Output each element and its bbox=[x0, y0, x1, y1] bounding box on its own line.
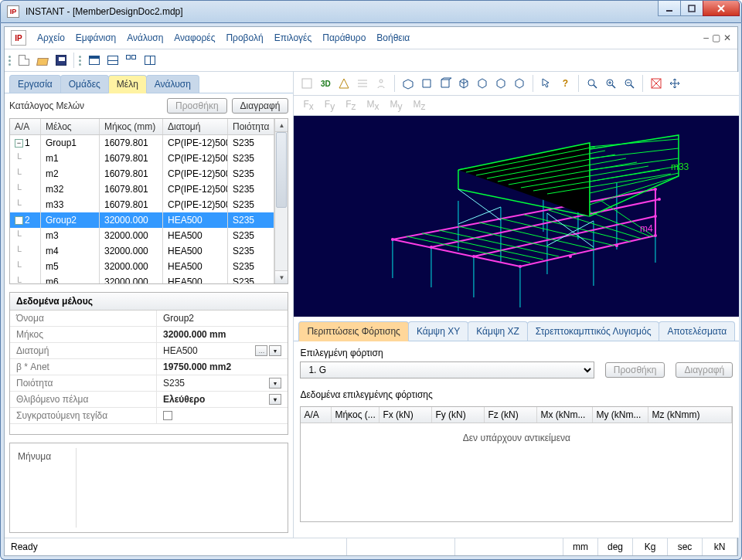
force-fy[interactable]: Fy bbox=[325, 99, 335, 112]
toolbar-grip-icon[interactable] bbox=[78, 53, 82, 68]
property-value[interactable]: HEA500…▾ bbox=[157, 343, 288, 358]
chevron-down-icon[interactable]: ▾ bbox=[269, 378, 281, 389]
table-row[interactable]: └m632000.000HEA500S235 bbox=[10, 274, 274, 283]
ellipsis-icon[interactable]: … bbox=[255, 345, 267, 356]
view-front-icon[interactable] bbox=[400, 75, 417, 92]
property-value[interactable]: 19750.000 mm2 bbox=[157, 359, 288, 375]
menu-file[interactable]: Αρχείο bbox=[37, 32, 65, 43]
zoom-out-icon[interactable] bbox=[621, 75, 638, 92]
property-value[interactable]: Group2 bbox=[157, 311, 288, 326]
mdi-restore-icon[interactable]: ▢ bbox=[712, 32, 720, 43]
open-file-icon[interactable] bbox=[34, 52, 51, 69]
new-file-icon[interactable] bbox=[15, 52, 32, 69]
maximize-button[interactable] bbox=[680, 1, 703, 16]
chevron-down-icon[interactable]: ▾ bbox=[269, 345, 281, 356]
force-fx[interactable]: FFxx bbox=[303, 99, 313, 112]
delete-load-button[interactable]: Διαγραφή bbox=[676, 362, 733, 378]
tree-toggle-icon[interactable]: − bbox=[15, 216, 23, 225]
col-aa[interactable]: Α/Α bbox=[301, 407, 332, 423]
view-top-icon[interactable] bbox=[418, 75, 435, 92]
scroll-thumb[interactable] bbox=[276, 132, 287, 208]
view-iso1-icon[interactable] bbox=[455, 75, 472, 92]
tab-work[interactable]: Εργασία bbox=[9, 75, 61, 93]
viewport-3d[interactable]: m33 m4 bbox=[294, 116, 739, 317]
view-people-icon[interactable] bbox=[373, 75, 390, 92]
checkbox[interactable] bbox=[163, 411, 172, 420]
toolbar-grip-icon[interactable] bbox=[8, 53, 12, 68]
col-mx[interactable]: Mx (kNm... bbox=[537, 407, 593, 423]
mdi-close-icon[interactable]: ✕ bbox=[723, 32, 731, 43]
chevron-down-icon[interactable]: ▾ bbox=[269, 394, 281, 405]
pointer-icon[interactable] bbox=[538, 75, 555, 92]
col-member[interactable]: Μέλος bbox=[41, 119, 100, 134]
table-row[interactable]: − 2Group232000.000HEA500S235 bbox=[10, 212, 274, 228]
menu-analysis[interactable]: Ανάλυση bbox=[127, 32, 163, 43]
property-value[interactable]: S235▾ bbox=[157, 375, 288, 391]
menu-window[interactable]: Παράθυρο bbox=[322, 32, 366, 43]
tab-groups[interactable]: Ομάδες bbox=[60, 75, 109, 93]
zoom-fit-icon[interactable] bbox=[584, 75, 601, 92]
tab-ltb[interactable]: Στρεπτοκαμπτικός Λυγισμός bbox=[527, 321, 660, 341]
property-value[interactable]: 32000.000 mm bbox=[157, 327, 288, 342]
scroll-track[interactable] bbox=[275, 132, 288, 270]
property-value[interactable]: Ελεύθερο▾ bbox=[157, 392, 288, 407]
minimize-button[interactable] bbox=[658, 1, 681, 16]
tab-bending-xy[interactable]: Κάμψη XY bbox=[408, 321, 468, 341]
scroll-down-icon[interactable]: ▼ bbox=[275, 270, 288, 283]
property-value[interactable] bbox=[157, 408, 288, 423]
view-grid-icon[interactable] bbox=[335, 75, 352, 92]
col-index[interactable]: Α/Α bbox=[10, 119, 41, 134]
mdi-minimize-icon[interactable]: – bbox=[703, 32, 709, 43]
view-draw-icon[interactable] bbox=[298, 75, 315, 92]
col-section[interactable]: Διατομή bbox=[163, 119, 228, 134]
table-row[interactable]: └m3316079.801CP(IPE-12)500S235 bbox=[10, 197, 274, 212]
tab-analysis[interactable]: Ανάλυση bbox=[146, 75, 199, 93]
info-icon[interactable]: ? bbox=[556, 75, 574, 92]
add-load-button[interactable]: Προσθήκη bbox=[605, 362, 665, 378]
status-unit-deg[interactable]: deg bbox=[598, 538, 633, 555]
scroll-up-icon[interactable]: ▲ bbox=[275, 119, 288, 132]
view-iso4-icon[interactable] bbox=[511, 75, 528, 92]
tree-toggle-icon[interactable]: − bbox=[15, 139, 23, 148]
col-mz[interactable]: Mz (kNmm) bbox=[648, 407, 732, 423]
force-my[interactable]: My bbox=[390, 99, 402, 112]
view-mesh-icon[interactable] bbox=[354, 75, 371, 92]
view-side-icon[interactable] bbox=[437, 75, 454, 92]
menu-help[interactable]: Βοήθεια bbox=[376, 32, 410, 43]
col-fz[interactable]: Fz (kN) bbox=[485, 407, 537, 423]
window-single-icon[interactable] bbox=[86, 52, 103, 69]
zoom-in-icon[interactable] bbox=[602, 75, 619, 92]
save-file-icon[interactable] bbox=[53, 52, 70, 69]
status-unit-mm[interactable]: mm bbox=[563, 538, 598, 555]
pan-icon[interactable] bbox=[666, 75, 683, 92]
col-length[interactable]: Μήκος (mm) bbox=[100, 119, 163, 134]
table-row[interactable]: └m216079.801CP(IPE-12)500S235 bbox=[10, 166, 274, 182]
members-scrollbar[interactable]: ▲ ▼ bbox=[274, 119, 288, 283]
status-unit-kn[interactable]: kN bbox=[703, 538, 737, 555]
table-row[interactable]: └m332000.000HEA500S235 bbox=[10, 228, 274, 243]
menu-reports[interactable]: Αναφορές bbox=[174, 32, 215, 43]
view-iso3-icon[interactable] bbox=[492, 75, 509, 92]
view-iso2-icon[interactable] bbox=[474, 75, 491, 92]
add-member-button[interactable]: Προσθήκη bbox=[167, 98, 227, 114]
status-unit-sec[interactable]: sec bbox=[668, 538, 703, 555]
col-my[interactable]: My (kNm... bbox=[593, 407, 648, 423]
table-row[interactable]: └m3216079.801CP(IPE-12)500S235 bbox=[10, 182, 274, 197]
menu-view[interactable]: Προβολή bbox=[226, 32, 263, 43]
table-row[interactable]: └m532000.000HEA500S235 bbox=[10, 259, 274, 274]
col-fx[interactable]: Fx (kN) bbox=[380, 407, 432, 423]
status-unit-kg[interactable]: Kg bbox=[633, 538, 668, 555]
table-row[interactable]: └m116079.801CP(IPE-12)500S235 bbox=[10, 151, 274, 166]
tab-members[interactable]: Μέλη bbox=[108, 75, 147, 93]
window-cascade-icon[interactable] bbox=[123, 52, 140, 69]
force-fz[interactable]: Fz bbox=[345, 99, 356, 112]
col-quality[interactable]: Ποιότητα bbox=[228, 119, 274, 134]
menu-appearance[interactable]: Εμφάνιση bbox=[76, 32, 116, 43]
force-mz[interactable]: Mz bbox=[413, 99, 425, 112]
tab-load-cases[interactable]: Περιπτώσεις Φόρτισης bbox=[298, 321, 408, 341]
select-window-icon[interactable] bbox=[648, 75, 665, 92]
selected-load-dropdown[interactable]: 1. G bbox=[300, 361, 594, 378]
tab-bending-xz[interactable]: Κάμψη XZ bbox=[468, 321, 528, 341]
menu-options[interactable]: Επιλογές bbox=[274, 32, 312, 43]
table-row[interactable]: − 1Group116079.801CP(IPE-12)500S235 bbox=[10, 135, 274, 151]
